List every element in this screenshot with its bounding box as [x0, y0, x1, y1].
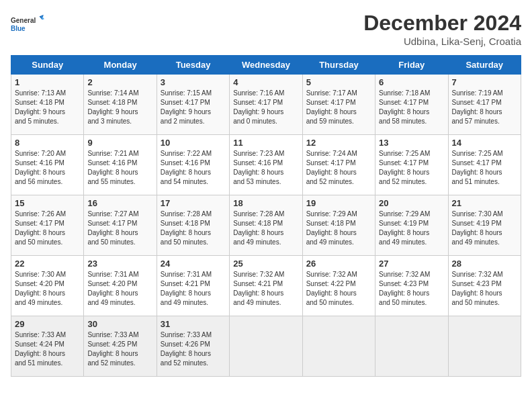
day-number: 19	[306, 198, 371, 208]
calendar-cell: 24Sunrise: 7:31 AMSunset: 4:21 PMDayligh…	[157, 256, 229, 316]
day-number: 31	[161, 319, 226, 329]
day-info: Sunrise: 7:29 AMSunset: 4:19 PMDaylight:…	[379, 210, 430, 246]
calendar-cell: 22Sunrise: 7:30 AMSunset: 4:20 PMDayligh…	[11, 256, 84, 316]
day-number: 7	[452, 77, 517, 87]
day-info: Sunrise: 7:28 AMSunset: 4:18 PMDaylight:…	[161, 210, 212, 246]
calendar-cell: 1Sunrise: 7:13 AMSunset: 4:18 PMDaylight…	[11, 75, 84, 135]
day-number: 26	[306, 259, 371, 269]
week-row-5: 29Sunrise: 7:33 AMSunset: 4:24 PMDayligh…	[11, 316, 521, 377]
calendar-cell: 26Sunrise: 7:32 AMSunset: 4:22 PMDayligh…	[302, 256, 375, 316]
day-number: 4	[233, 77, 298, 87]
calendar-cell: 23Sunrise: 7:31 AMSunset: 4:20 PMDayligh…	[84, 256, 157, 316]
day-number: 16	[87, 198, 152, 208]
calendar-cell: 14Sunrise: 7:25 AMSunset: 4:17 PMDayligh…	[448, 135, 521, 195]
calendar-cell: 25Sunrise: 7:32 AMSunset: 4:21 PMDayligh…	[230, 256, 302, 316]
day-number: 10	[161, 138, 226, 148]
day-info: Sunrise: 7:33 AMSunset: 4:26 PMDaylight:…	[161, 331, 212, 367]
subtitle: Udbina, Lika-Senj, Croatia	[363, 36, 521, 47]
calendar-table: SundayMondayTuesdayWednesdayThursdayFrid…	[11, 55, 521, 377]
day-info: Sunrise: 7:20 AMSunset: 4:16 PMDaylight:…	[15, 150, 66, 185]
day-info: Sunrise: 7:32 AMSunset: 4:23 PMDaylight:…	[452, 271, 503, 306]
day-number: 28	[452, 259, 517, 269]
calendar-cell	[375, 316, 448, 377]
day-info: Sunrise: 7:25 AMSunset: 4:17 PMDaylight:…	[379, 150, 430, 185]
day-info: Sunrise: 7:21 AMSunset: 4:16 PMDaylight:…	[87, 150, 138, 185]
day-info: Sunrise: 7:27 AMSunset: 4:17 PMDaylight:…	[87, 210, 138, 246]
calendar-cell	[302, 316, 375, 377]
day-info: Sunrise: 7:18 AMSunset: 4:17 PMDaylight:…	[379, 89, 430, 125]
header-sunday: Sunday	[11, 56, 84, 75]
day-info: Sunrise: 7:31 AMSunset: 4:21 PMDaylight:…	[161, 271, 212, 306]
calendar-cell: 21Sunrise: 7:30 AMSunset: 4:19 PMDayligh…	[448, 195, 521, 256]
header-saturday: Saturday	[448, 56, 521, 75]
day-info: Sunrise: 7:25 AMSunset: 4:17 PMDaylight:…	[452, 150, 503, 185]
calendar-cell: 29Sunrise: 7:33 AMSunset: 4:24 PMDayligh…	[11, 316, 84, 377]
calendar-cell: 8Sunrise: 7:20 AMSunset: 4:16 PMDaylight…	[11, 135, 84, 195]
day-number: 17	[161, 198, 226, 208]
svg-text:Blue: Blue	[11, 25, 26, 32]
header-monday: Monday	[84, 56, 157, 75]
day-number: 22	[15, 259, 80, 269]
logo-svg: General Blue	[11, 11, 44, 38]
day-info: Sunrise: 7:33 AMSunset: 4:25 PMDaylight:…	[87, 331, 138, 367]
day-number: 24	[161, 259, 226, 269]
calendar-cell: 3Sunrise: 7:15 AMSunset: 4:17 PMDaylight…	[157, 75, 229, 135]
day-number: 13	[379, 138, 444, 148]
day-number: 23	[87, 259, 152, 269]
day-number: 11	[233, 138, 298, 148]
day-number: 20	[379, 198, 444, 208]
day-number: 15	[15, 198, 80, 208]
title-area: December 2024 Udbina, Lika-Senj, Croatia	[363, 11, 521, 47]
day-info: Sunrise: 7:33 AMSunset: 4:24 PMDaylight:…	[15, 331, 66, 367]
day-number: 30	[87, 319, 152, 329]
main-title: December 2024	[363, 11, 521, 36]
calendar-cell: 9Sunrise: 7:21 AMSunset: 4:16 PMDaylight…	[84, 135, 157, 195]
day-info: Sunrise: 7:19 AMSunset: 4:17 PMDaylight:…	[452, 89, 503, 125]
day-number: 27	[379, 259, 444, 269]
header-friday: Friday	[375, 56, 448, 75]
day-number: 21	[452, 198, 517, 208]
day-info: Sunrise: 7:30 AMSunset: 4:20 PMDaylight:…	[15, 271, 66, 306]
day-number: 3	[161, 77, 226, 87]
calendar-cell: 4Sunrise: 7:16 AMSunset: 4:17 PMDaylight…	[230, 75, 302, 135]
calendar-cell: 10Sunrise: 7:22 AMSunset: 4:16 PMDayligh…	[157, 135, 229, 195]
day-number: 2	[87, 77, 152, 87]
calendar-cell: 30Sunrise: 7:33 AMSunset: 4:25 PMDayligh…	[84, 316, 157, 377]
day-info: Sunrise: 7:17 AMSunset: 4:17 PMDaylight:…	[306, 89, 357, 125]
header-tuesday: Tuesday	[157, 56, 229, 75]
day-number: 1	[15, 77, 80, 87]
calendar-cell: 31Sunrise: 7:33 AMSunset: 4:26 PMDayligh…	[157, 316, 229, 377]
calendar-cell: 12Sunrise: 7:24 AMSunset: 4:17 PMDayligh…	[302, 135, 375, 195]
week-row-3: 15Sunrise: 7:26 AMSunset: 4:17 PMDayligh…	[11, 195, 521, 256]
day-info: Sunrise: 7:32 AMSunset: 4:22 PMDaylight:…	[306, 271, 357, 306]
day-info: Sunrise: 7:24 AMSunset: 4:17 PMDaylight:…	[306, 150, 357, 185]
header-thursday: Thursday	[302, 56, 375, 75]
day-number: 12	[306, 138, 371, 148]
calendar-cell	[230, 316, 302, 377]
calendar-cell: 20Sunrise: 7:29 AMSunset: 4:19 PMDayligh…	[375, 195, 448, 256]
header: General Blue December 2024 Udbina, Lika-…	[11, 11, 521, 47]
calendar-cell: 13Sunrise: 7:25 AMSunset: 4:17 PMDayligh…	[375, 135, 448, 195]
day-number: 29	[15, 319, 80, 329]
calendar-cell: 11Sunrise: 7:23 AMSunset: 4:16 PMDayligh…	[230, 135, 302, 195]
day-number: 6	[379, 77, 444, 87]
calendar-cell: 16Sunrise: 7:27 AMSunset: 4:17 PMDayligh…	[84, 195, 157, 256]
week-row-2: 8Sunrise: 7:20 AMSunset: 4:16 PMDaylight…	[11, 135, 521, 195]
calendar-cell: 15Sunrise: 7:26 AMSunset: 4:17 PMDayligh…	[11, 195, 84, 256]
day-number: 18	[233, 198, 298, 208]
day-info: Sunrise: 7:28 AMSunset: 4:18 PMDaylight:…	[233, 210, 284, 246]
day-info: Sunrise: 7:32 AMSunset: 4:21 PMDaylight:…	[233, 271, 284, 306]
svg-text:General: General	[11, 17, 36, 24]
calendar-cell: 7Sunrise: 7:19 AMSunset: 4:17 PMDaylight…	[448, 75, 521, 135]
day-info: Sunrise: 7:30 AMSunset: 4:19 PMDaylight:…	[452, 210, 503, 246]
calendar-header: SundayMondayTuesdayWednesdayThursdayFrid…	[11, 56, 521, 75]
calendar-body: 1Sunrise: 7:13 AMSunset: 4:18 PMDaylight…	[11, 75, 521, 377]
calendar-cell: 18Sunrise: 7:28 AMSunset: 4:18 PMDayligh…	[230, 195, 302, 256]
header-wednesday: Wednesday	[230, 56, 302, 75]
calendar-cell	[448, 316, 521, 377]
day-number: 5	[306, 77, 371, 87]
calendar-cell: 5Sunrise: 7:17 AMSunset: 4:17 PMDaylight…	[302, 75, 375, 135]
calendar-cell: 2Sunrise: 7:14 AMSunset: 4:18 PMDaylight…	[84, 75, 157, 135]
day-info: Sunrise: 7:23 AMSunset: 4:16 PMDaylight:…	[233, 150, 284, 185]
day-info: Sunrise: 7:22 AMSunset: 4:16 PMDaylight:…	[161, 150, 212, 185]
